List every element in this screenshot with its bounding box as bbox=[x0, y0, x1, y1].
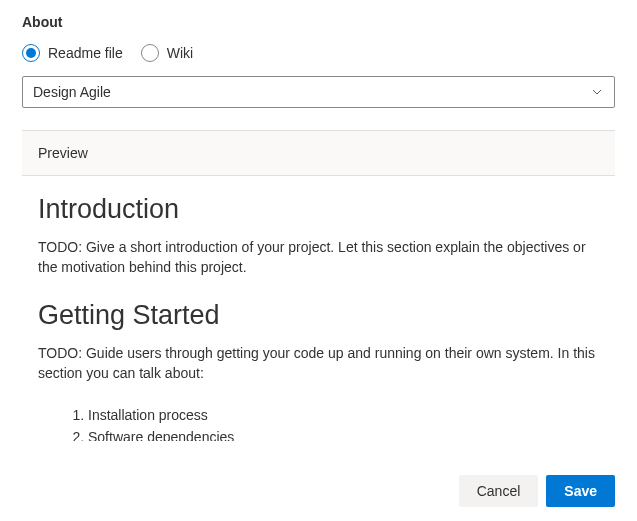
list-item: Installation process bbox=[88, 405, 599, 427]
dropdown-value: Design Agile bbox=[33, 84, 111, 100]
intro-paragraph: TODO: Give a short introduction of your … bbox=[38, 237, 599, 278]
section-title: About bbox=[0, 0, 637, 38]
getting-started-paragraph: TODO: Guide users through getting your c… bbox=[38, 343, 599, 384]
preview-panel: Preview Introduction TODO: Give a short … bbox=[22, 130, 615, 441]
save-button[interactable]: Save bbox=[546, 475, 615, 507]
readme-source-dropdown[interactable]: Design Agile bbox=[22, 76, 615, 108]
about-type-radio-group: Readme file Wiki bbox=[0, 38, 637, 76]
chevron-down-icon bbox=[590, 85, 604, 99]
intro-heading: Introduction bbox=[38, 194, 599, 225]
radio-wiki[interactable]: Wiki bbox=[141, 44, 193, 62]
preview-tab[interactable]: Preview bbox=[22, 131, 615, 176]
radio-unselected-icon bbox=[141, 44, 159, 62]
getting-started-list: Installation process Software dependenci… bbox=[38, 405, 599, 441]
preview-content: Introduction TODO: Give a short introduc… bbox=[22, 176, 615, 441]
radio-readme[interactable]: Readme file bbox=[22, 44, 123, 62]
dialog-footer: Cancel Save bbox=[0, 461, 637, 521]
cancel-button[interactable]: Cancel bbox=[459, 475, 539, 507]
radio-selected-icon bbox=[22, 44, 40, 62]
radio-wiki-label: Wiki bbox=[167, 45, 193, 61]
list-item: Software dependencies bbox=[88, 427, 599, 441]
radio-readme-label: Readme file bbox=[48, 45, 123, 61]
getting-started-heading: Getting Started bbox=[38, 300, 599, 331]
